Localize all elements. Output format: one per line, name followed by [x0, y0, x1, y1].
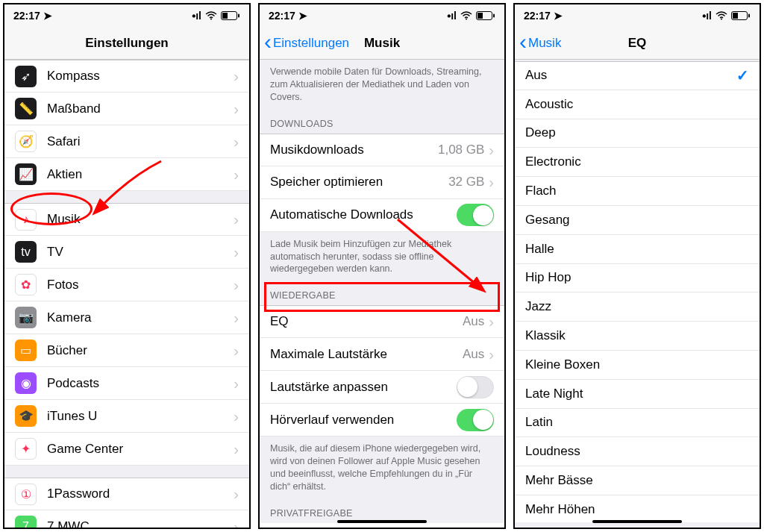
nav-bar: Einstellungen Musik — [260, 27, 504, 60]
eq-option-electronic[interactable]: Electronic — [515, 148, 760, 177]
svg-point-0 — [210, 19, 212, 20]
option-label: Hip Hop — [525, 270, 749, 285]
chevron-icon — [489, 347, 494, 362]
app-icon: 📷 — [15, 307, 37, 328]
app-icon: ◉ — [15, 372, 37, 394]
eq-option-klassik[interactable]: Klassik — [515, 322, 760, 351]
row-value: Aus — [463, 347, 484, 362]
eq-option-flach[interactable]: Flach — [515, 177, 760, 206]
app-icon: tv — [15, 241, 37, 263]
option-label: Kleine Boxen — [525, 357, 749, 372]
chevron-icon — [234, 167, 239, 182]
status-bar: 22:17➤ ⦁ıl — [4, 4, 249, 27]
eq-option-deep[interactable]: Deep — [515, 119, 760, 148]
settings-row-podcasts[interactable]: ◉Podcasts — [4, 367, 249, 400]
eq-option-halle[interactable]: Halle — [515, 235, 760, 264]
eq-option-latin[interactable]: Latin — [515, 409, 760, 438]
settings-row-maßband[interactable]: 📏Maßband — [4, 93, 249, 125]
row-automatische-downloads[interactable]: Automatische Downloads — [260, 199, 504, 232]
eq-option-late-night[interactable]: Late Night — [515, 380, 760, 409]
chevron-icon — [234, 245, 239, 260]
chevron-icon — [234, 486, 239, 501]
phone-music-settings: 22:17➤ ⦁ıl Einstellungen Musik Verwende … — [258, 3, 506, 529]
row-eq[interactable]: EQAus — [260, 305, 504, 338]
chevron-icon — [234, 69, 239, 84]
settings-row-aktien[interactable]: 📈Aktien — [4, 158, 249, 191]
row-value: 1,08 GB — [438, 143, 484, 157]
eq-option-loudness[interactable]: Loudness — [515, 437, 760, 466]
row-label: Maximale Lautstärke — [270, 347, 463, 362]
svg-rect-3 — [238, 14, 239, 18]
eq-option-hip-hop[interactable]: Hip Hop — [515, 264, 760, 293]
battery-icon — [221, 11, 240, 20]
status-time: 22:17 — [269, 10, 295, 22]
location-icon: ➤ — [298, 10, 307, 22]
settings-row-fotos[interactable]: ✿Fotos — [4, 269, 249, 301]
row-maximale-lautstärke[interactable]: Maximale LautstärkeAus — [260, 338, 504, 371]
eq-option-kleine-boxen[interactable]: Kleine Boxen — [515, 351, 760, 380]
row-label: Podcasts — [47, 376, 234, 391]
row-label: TV — [47, 245, 234, 260]
option-label: Aus — [525, 68, 736, 83]
option-label: Mehr Bässe — [525, 473, 749, 488]
apple-id-row[interactable]: Apple-ID: — [260, 523, 504, 529]
signal-icon: ⦁ıl — [192, 10, 201, 22]
eq-option-jazz[interactable]: Jazz — [515, 292, 760, 322]
status-right: ⦁ıl — [192, 10, 240, 22]
row-label: Kompass — [47, 69, 234, 84]
page-title: Einstellungen — [85, 36, 168, 51]
svg-rect-6 — [478, 13, 483, 19]
svg-point-8 — [721, 19, 722, 20]
option-label: Gesang — [525, 213, 749, 228]
settings-row-1password[interactable]: ①1Password — [4, 478, 249, 510]
private-header: PRIVATFREIGABE — [260, 498, 504, 523]
row-speicher-optimieren[interactable]: Speicher optimieren32 GB — [260, 166, 504, 199]
settings-row-itunes-u[interactable]: 🎓iTunes U — [4, 400, 249, 433]
back-button[interactable]: Musik — [519, 36, 561, 51]
row-label: 1Password — [47, 486, 234, 501]
option-label: Acoustic — [525, 97, 749, 112]
chevron-icon — [234, 376, 239, 391]
eq-option-aus[interactable]: Aus — [515, 61, 760, 90]
settings-row-game-center[interactable]: ✦Game Center — [4, 433, 249, 466]
toggle[interactable] — [457, 409, 494, 431]
playback-note: Musik, die auf diesem iPhone wiedergegeb… — [260, 436, 504, 498]
settings-row-bücher[interactable]: ▭Bücher — [4, 334, 249, 367]
eq-option-mehr-bässe[interactable]: Mehr Bässe — [515, 466, 760, 495]
toggle[interactable] — [457, 376, 494, 398]
row-lautstärke-anpassen[interactable]: Lautstärke anpassen — [260, 371, 504, 404]
chevron-icon — [234, 101, 239, 116]
option-label: Klassik — [525, 328, 749, 343]
svg-rect-11 — [748, 14, 750, 18]
toggle[interactable] — [457, 204, 494, 226]
settings-row-kompass[interactable]: ➶Kompass — [4, 60, 249, 93]
option-label: Flach — [525, 184, 749, 198]
settings-row-7-mwc[interactable]: 77 MWC — [4, 510, 249, 529]
app-icon: 🎓 — [15, 405, 37, 427]
home-indicator[interactable] — [592, 520, 682, 523]
settings-row-tv[interactable]: tvTV — [4, 236, 249, 269]
row-label: Musikdownloads — [270, 143, 438, 157]
settings-row-musik[interactable]: ♪Musik — [4, 203, 249, 236]
eq-option-mehr-höhen[interactable]: Mehr Höhen — [515, 495, 760, 522]
row-label: iTunes U — [47, 409, 234, 424]
status-time: 22:17 — [524, 10, 551, 22]
phone-settings-root: 22:17➤ ⦁ıl Einstellungen ➶Kompass📏Maßban… — [3, 3, 251, 529]
wifi-icon — [205, 11, 217, 20]
option-label: Jazz — [525, 299, 749, 314]
row-hörverlauf-verwenden[interactable]: Hörverlauf verwenden — [260, 404, 504, 436]
status-time: 22:17 — [13, 10, 40, 22]
settings-row-safari[interactable]: 🧭Safari — [4, 125, 249, 158]
row-label: Automatische Downloads — [270, 207, 457, 222]
home-indicator[interactable] — [337, 520, 427, 523]
row-musikdownloads[interactable]: Musikdownloads1,08 GB — [260, 134, 504, 166]
settings-row-kamera[interactable]: 📷Kamera — [4, 301, 249, 334]
status-bar: 22:17➤ ⦁ıl — [260, 4, 504, 27]
app-icon: 7 — [15, 516, 37, 529]
back-button[interactable]: Einstellungen — [264, 36, 349, 51]
option-label: Mehr Höhen — [525, 502, 749, 517]
wifi-icon — [460, 11, 472, 20]
chevron-icon — [489, 143, 494, 157]
eq-option-acoustic[interactable]: Acoustic — [515, 90, 760, 119]
eq-option-gesang[interactable]: Gesang — [515, 206, 760, 235]
